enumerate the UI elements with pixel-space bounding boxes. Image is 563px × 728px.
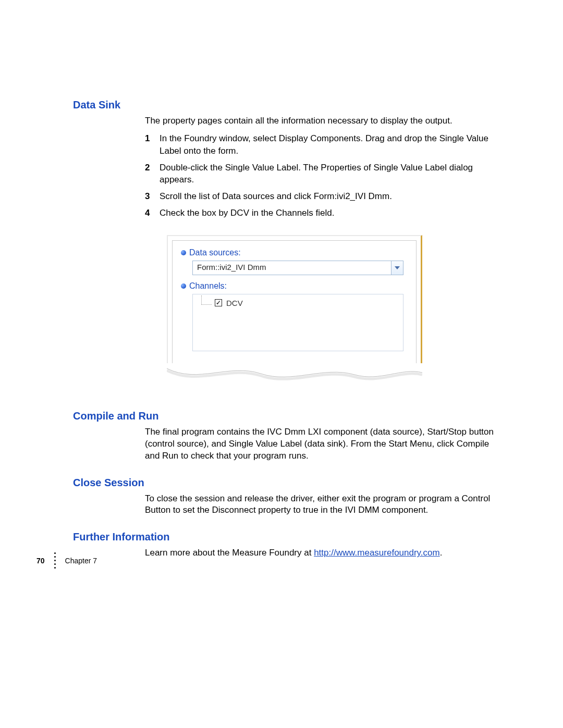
steps-list: 1 In the Foundry window, select Display … bbox=[145, 132, 495, 219]
label-channels: Channels: bbox=[181, 281, 408, 291]
step-number: 3 bbox=[145, 190, 160, 203]
dialog-panel: Data sources: Form::ivi2_IVI Dmm Channel… bbox=[172, 240, 417, 366]
step-text: Check the box by DCV in the Channels fie… bbox=[160, 207, 495, 219]
dialog-frame: Data sources: Form::ivi2_IVI Dmm Channel… bbox=[167, 235, 422, 366]
label-data-sources: Data sources: bbox=[181, 248, 408, 257]
step-number: 1 bbox=[145, 132, 160, 157]
dots-divider-icon bbox=[54, 552, 56, 569]
tree-elbow-icon bbox=[201, 295, 212, 305]
bullet-icon bbox=[181, 250, 186, 255]
section-data-sink: Data Sink The property pages contain all… bbox=[73, 99, 495, 389]
section-close-session: Close Session To close the session and r… bbox=[73, 477, 495, 517]
step-1: 1 In the Foundry window, select Display … bbox=[145, 132, 495, 157]
body-text: The final program contains the IVC Dmm L… bbox=[145, 426, 495, 462]
step-text: Scroll the list of Data sources and clic… bbox=[160, 190, 495, 203]
step-number: 2 bbox=[145, 162, 160, 187]
heading-close-session: Close Session bbox=[73, 477, 495, 489]
channels-listbox[interactable]: ✓ DCV bbox=[192, 294, 403, 351]
heading-data-sink: Data Sink bbox=[73, 99, 495, 111]
bullet-icon bbox=[181, 283, 186, 289]
body-text: To close the session and release the dri… bbox=[145, 493, 495, 517]
label-text: Channels: bbox=[189, 281, 227, 291]
step-number: 4 bbox=[145, 207, 160, 219]
step-4: 4 Check the box by DCV in the Channels f… bbox=[145, 207, 495, 219]
intro-text: The property pages contain all the infor… bbox=[145, 115, 495, 127]
step-text: In the Foundry window, select Display Co… bbox=[160, 132, 495, 157]
step-3: 3 Scroll the list of Data sources and cl… bbox=[145, 190, 495, 203]
heading-compile-run: Compile and Run bbox=[73, 410, 495, 422]
dropdown-value: Form::ivi2_IVI Dmm bbox=[193, 261, 391, 275]
figure-properties-dialog: Data sources: Form::ivi2_IVI Dmm Channel… bbox=[167, 235, 422, 389]
section-compile-run: Compile and Run The final program contai… bbox=[73, 410, 495, 462]
heading-further-info: Further Information bbox=[73, 531, 495, 543]
channel-item-dcv[interactable]: ✓ DCV bbox=[198, 299, 398, 307]
channel-label: DCV bbox=[226, 299, 243, 307]
chevron-down-icon[interactable] bbox=[391, 261, 403, 275]
torn-edge-decoration bbox=[167, 363, 422, 389]
text-suffix: . bbox=[440, 548, 443, 558]
page-number: 70 bbox=[36, 557, 45, 565]
checkbox-dcv[interactable]: ✓ bbox=[215, 299, 222, 306]
dropdown-data-sources[interactable]: Form::ivi2_IVI Dmm bbox=[192, 261, 403, 275]
label-text: Data sources: bbox=[189, 248, 241, 257]
page-footer: 70 Chapter 7 bbox=[36, 552, 401, 569]
step-text: Double-click the Single Value Label. The… bbox=[160, 162, 495, 187]
step-2: 2 Double-click the Single Value Label. T… bbox=[145, 162, 495, 187]
chapter-label: Chapter 7 bbox=[65, 557, 97, 565]
